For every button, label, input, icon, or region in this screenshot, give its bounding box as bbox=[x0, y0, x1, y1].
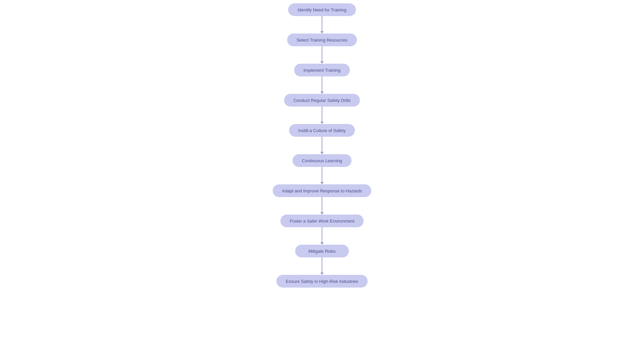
diagram-container: Identify Need for Training Select Traini… bbox=[0, 0, 644, 288]
node-select-resources[interactable]: Select Training Resources bbox=[287, 34, 357, 46]
arrow-line bbox=[322, 197, 322, 212]
arrow-head bbox=[320, 122, 324, 124]
arrow-8 bbox=[320, 227, 324, 245]
arrow-line bbox=[322, 76, 322, 92]
arrow-4 bbox=[320, 107, 324, 124]
arrow-head bbox=[320, 61, 324, 64]
arrow-line bbox=[322, 16, 322, 31]
arrow-head bbox=[320, 31, 324, 34]
arrow-line bbox=[322, 107, 322, 122]
arrow-head bbox=[320, 242, 324, 245]
arrow-line bbox=[322, 137, 322, 152]
arrow-head bbox=[320, 152, 324, 154]
node-culture-safety[interactable]: Instill a Culture of Safety bbox=[289, 124, 355, 137]
arrow-line bbox=[322, 46, 322, 61]
node-safety-drills[interactable]: Conduct Regular Safety Drills bbox=[284, 94, 360, 107]
node-implement-training[interactable]: Implement Training bbox=[294, 64, 350, 76]
node-identify-need[interactable]: Identify Need for Training bbox=[288, 3, 356, 16]
arrow-head bbox=[320, 92, 324, 94]
node-safer-environment[interactable]: Foster a Safer Work Environment bbox=[280, 215, 364, 227]
arrow-line bbox=[322, 257, 322, 273]
arrow-5 bbox=[320, 137, 324, 154]
arrow-line bbox=[322, 227, 322, 242]
arrow-2 bbox=[320, 46, 324, 64]
node-high-risk-industries[interactable]: Ensure Safety in High-Risk Industries bbox=[276, 275, 367, 288]
arrow-9 bbox=[320, 257, 324, 275]
arrow-head bbox=[320, 212, 324, 215]
arrow-head bbox=[320, 273, 324, 275]
node-adapt-hazards[interactable]: Adapt and Improve Response to Hazards bbox=[273, 184, 371, 197]
arrow-1 bbox=[320, 16, 324, 34]
node-continuous-learning[interactable]: Continuous Learning bbox=[292, 154, 352, 167]
arrow-7 bbox=[320, 197, 324, 215]
arrow-6 bbox=[320, 167, 324, 184]
node-mitigate-risks[interactable]: Mitigate Risks bbox=[295, 245, 349, 257]
arrow-3 bbox=[320, 76, 324, 94]
arrow-head bbox=[320, 182, 324, 184]
arrow-line bbox=[322, 167, 322, 182]
